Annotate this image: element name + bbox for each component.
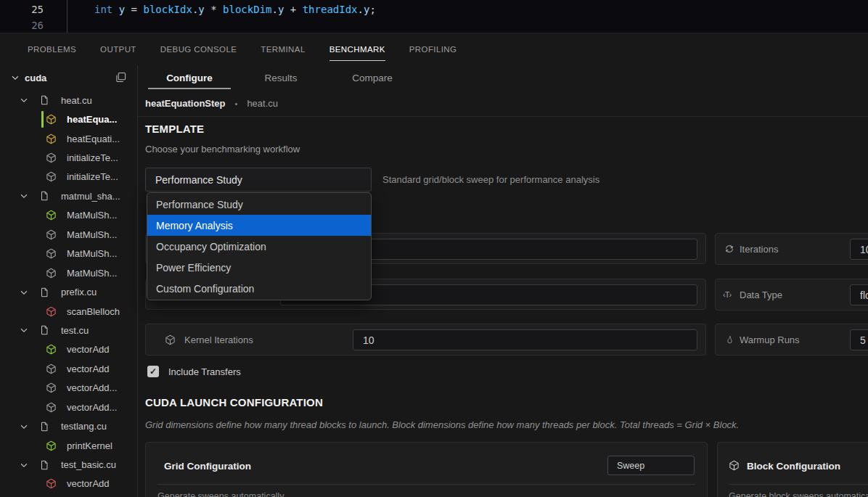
dropdown-option-occupancy-optimization[interactable]: Occupancy Optimization [147,236,371,257]
launch-section-title: CUDA LAUNCH CONFIGURATION [145,396,323,408]
tree-file-testlangcu[interactable]: testlang.cu [0,416,137,435]
kernel-iterations-input[interactable] [353,329,697,350]
tree-kernel-MatMulSh[interactable]: MatMulSh... [0,225,137,244]
launch-section-description: Grid dimensions define how many thread b… [145,419,739,430]
code-line[interactable]: int y = blockIdx.y * blockDim.y + thread… [94,1,376,17]
tree-item-label: vectorAdd [67,478,110,489]
chevron-down-icon [19,422,29,432]
file-icon [39,287,49,297]
tree-item-label: vectorAdd... [67,382,117,393]
app-window: 2526 int y = blockIdx.y * blockDim.y + t… [0,0,868,497]
line-number: 25 [0,1,44,17]
tree-kernel-vectorAdd[interactable]: vectorAdd [0,475,137,493]
tree-item-label: MatMulSh... [67,210,117,221]
kernel-cube-icon [46,402,57,413]
panel-tab-profiling[interactable]: PROFILING [409,33,457,65]
chevron-down-icon [19,191,29,201]
kernel-cube-icon [46,134,57,144]
kernel-cube-icon [46,382,57,393]
panel-tab-debug-console[interactable]: DEBUG CONSOLE [160,33,237,65]
file-icon [39,422,49,432]
kernel-tree: heat.cuheatEqua...heatEquati...initializ… [0,91,137,493]
file-icon [39,460,49,470]
tree-item-label: vectorAdd [67,344,110,355]
tree-kernel-vectorAdd[interactable]: vectorAdd... [0,398,137,416]
tree-file-matmul_sha[interactable]: matmul_sha... [0,186,137,205]
tree-item-label: testlang.cu [61,421,107,432]
code-editor[interactable]: 2526 int y = blockIdx.y * blockDim.y + t… [0,0,868,33]
duplicate-icon[interactable] [115,72,126,83]
sync-icon [724,234,734,264]
breadcrumb-separator: • [235,99,238,108]
code-token: . [358,4,364,15]
grid-mode-select[interactable]: Sweep [607,456,695,475]
breadcrumb-file: heat.cu [247,98,278,109]
iterations-label: Iterations [740,234,778,264]
iterations-row: Iterations [715,233,868,265]
tree-item-label: MatMulSh... [67,229,117,240]
template-description: Standard grid/block sweep for performanc… [382,174,599,185]
iterations-input[interactable] [850,239,868,260]
kernel-cube-icon [46,152,57,163]
tree-item-label: test_basic.cu [61,459,116,470]
tree-kernel-initializeTe[interactable]: initializeTe... [0,148,137,167]
warmup-runs-input[interactable] [850,329,868,350]
kernel-cube-icon [46,306,57,317]
tree-kernel-MatMulSh[interactable]: MatMulSh... [0,263,137,282]
code-token: blockIdx [143,4,192,15]
kernel-cube-icon [46,171,57,182]
dropdown-option-performance-study[interactable]: Performance Study [147,194,371,215]
include-transfers-checkbox[interactable]: ✓ [147,366,159,377]
code-token: threadIdx [303,4,358,15]
file-icon [39,191,49,201]
tree-file-test_basiccu[interactable]: test_basic.cu [0,455,137,474]
tree-kernel-vectorAdd[interactable]: vectorAdd [0,340,137,359]
tree-kernel-heatEquati[interactable]: heatEquati... [0,129,137,148]
editor-gutter: 2526 [0,0,66,33]
code-token: * [205,4,223,15]
flame-icon [725,324,734,355]
code-token: y [198,4,204,15]
config-row-1-input[interactable] [353,239,697,260]
tree-item-label: heat.cu [61,95,92,106]
dropdown-option-custom-configuration[interactable]: Custom Configuration [147,278,371,299]
kernel-cube-icon [46,344,57,355]
tree-kernel-MatMulSh[interactable]: MatMulSh... [0,245,137,263]
code-token: int [94,4,112,15]
tree-item-label: initializeTe... [67,171,118,182]
kernel-cube-icon [46,440,57,451]
template-section-title: TEMPLATE [145,123,204,135]
grid-configuration-hint: Generate sweeps automatically [157,491,284,497]
kernel-iterations-row: Kernel Iterations [145,324,706,356]
dropdown-option-memory-analysis[interactable]: Memory Analysis [147,215,371,236]
tree-kernel-heatEqua[interactable]: heatEqua... [0,110,137,128]
tree-file-heatcu[interactable]: heat.cu [0,91,137,110]
panel-tab-terminal[interactable]: TERMINAL [261,33,305,65]
template-select[interactable]: Performance Study [145,168,372,192]
subtab-configure[interactable]: Configure [144,65,235,91]
panel-tab-problems[interactable]: PROBLEMS [28,33,76,65]
chevron-down-icon [19,95,29,105]
subtab-results[interactable]: Results [235,65,327,91]
kernel-cube-icon [46,363,57,374]
sidebar-header[interactable]: cuda [0,67,137,89]
panel-tab-benchmark[interactable]: BENCHMARK [329,33,385,65]
tree-kernel-vectorAdd[interactable]: vectorAdd... [0,379,137,398]
chevron-down-icon [19,287,29,297]
tree-file-prefixcu[interactable]: prefix.cu [0,282,137,301]
code-token: ; [369,4,375,15]
tree-kernel-MatMulSh[interactable]: MatMulSh... [0,206,137,225]
tree-kernel-vectorAdd[interactable]: vectorAdd [0,359,137,378]
tree-kernel-scanBlelloch[interactable]: scanBlelloch [0,302,137,321]
tree-kernel-initializeTe[interactable]: initializeTe... [0,168,137,186]
tree-kernel-printKernel[interactable]: printKernel [0,436,137,455]
subtab-compare[interactable]: Compare [327,65,418,91]
tree-file-testcu[interactable]: test.cu [0,321,137,340]
dropdown-option-power-efficiency[interactable]: Power Efficiency [147,257,371,278]
grid-configuration-title: Grid Configuration [164,461,251,472]
data-type-input[interactable] [850,284,868,305]
tree-item-label: printKernel [67,440,112,451]
grid-configuration-card: Grid Configuration Sweep Generate sweeps… [145,442,708,497]
warmup-runs-label: Warmup Runs [740,324,800,355]
panel-tab-output[interactable]: OUTPUT [100,33,136,65]
